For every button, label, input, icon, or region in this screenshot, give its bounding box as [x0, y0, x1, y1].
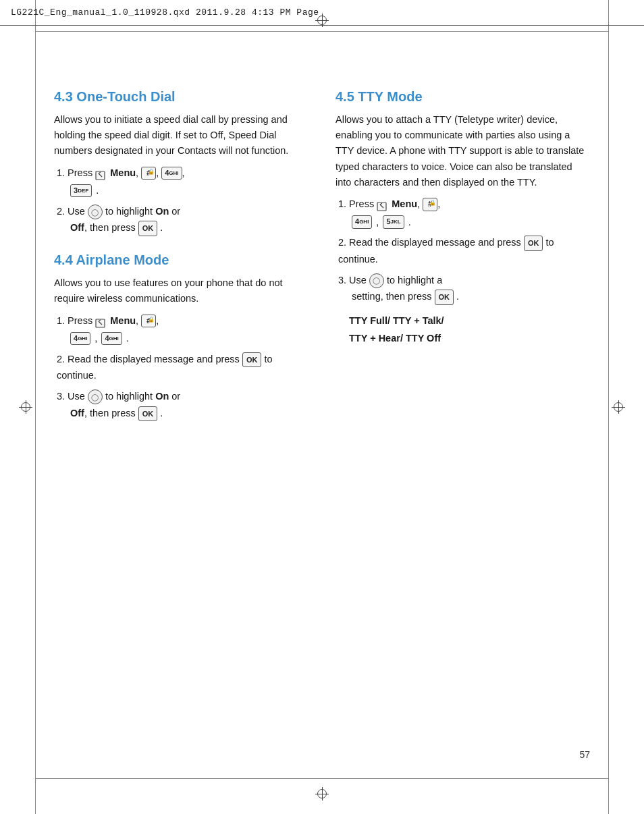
- step-airplane-1: 1. Press Menu, #🔒, 4GHI, 4GHI.: [54, 313, 308, 347]
- menu-phone-icon-3: [377, 200, 389, 209]
- nav-circle-3: ◯: [369, 273, 384, 288]
- border-right: [608, 0, 609, 814]
- tty-option-1: TTY Full/ TTY + Talk/: [349, 312, 590, 329]
- step-tty-1: 1. Press Menu, #🔒, 4GHI, 5JKL.: [336, 196, 590, 230]
- crosshair-left-middle: [19, 400, 32, 414]
- step-tty-2: 2. Read the displayed message and press …: [336, 234, 590, 267]
- ok-key-4: OK: [524, 236, 543, 251]
- section-tty: 4.5 TTY Mode Allows you to attach a TTY …: [336, 88, 590, 347]
- key-5-jkl: 5JKL: [383, 215, 404, 228]
- bold-off-1: Off: [70, 222, 84, 233]
- heading-one-touch: 4.3 One-Touch Dial: [54, 88, 308, 105]
- step-one-touch-2: 2. Use ◯ to highlight On or Off, then pr…: [54, 203, 308, 236]
- body-one-touch: Allows you to initiate a speed dial call…: [54, 112, 308, 159]
- key-row-airplane: 4GHI, 4GHI.: [70, 330, 308, 347]
- heading-airplane: 4.4 Airplane Mode: [54, 251, 308, 269]
- key-row-tty: 4GHI, 5JKL.: [352, 214, 590, 231]
- crosshair-bottom-center: [315, 787, 329, 801]
- key-hash-space-1: #🔒: [141, 167, 156, 180]
- crosshair-top-center: [315, 13, 329, 27]
- section-airplane: 4.4 Airplane Mode Allows you to use feat…: [54, 251, 308, 421]
- ok-key-2: OK: [242, 352, 262, 368]
- key-row-1: 3DEF.: [70, 182, 308, 199]
- key-4-ghi-3: 4GHI: [352, 215, 372, 228]
- border-left: [35, 0, 36, 814]
- key-3-def-1: 3DEF: [70, 184, 92, 197]
- step-tty-3b: setting, then press OK .: [352, 288, 590, 305]
- label-menu-3: Menu: [392, 198, 417, 209]
- left-column: 4.3 One-Touch Dial Allows you to initiat…: [54, 88, 308, 425]
- bold-on-2: On: [155, 391, 169, 402]
- bold-on-1: On: [155, 206, 169, 217]
- label-menu-1: Menu: [110, 167, 136, 178]
- tty-option-2: TTY + Hear/ TTY Off: [349, 329, 590, 347]
- key-4-ghi-2a: 4GHI: [70, 332, 90, 345]
- nav-circle-1: ◯: [88, 205, 103, 219]
- step-airplane-3: 3. Use ◯ to highlight On or Off, then pr…: [54, 388, 308, 421]
- header-text: LG221C_Eng_manual_1.0_110928.qxd 2011.9.…: [11, 7, 319, 18]
- key-4-ghi-1: 4GHI: [161, 167, 182, 180]
- label-menu-2: Menu: [110, 315, 136, 326]
- body-airplane: Allows you to use features on your phone…: [54, 275, 308, 306]
- heading-tty: 4.5 TTY Mode: [336, 88, 590, 105]
- step-one-touch-1: 1. Press Menu, #🔒, 4GHI, 3DEF.: [54, 165, 308, 199]
- columns-layout: 4.3 One-Touch Dial Allows you to initiat…: [54, 88, 590, 425]
- step-airplane-3b: Off, then press OK .: [70, 405, 308, 422]
- step-one-touch-2b: Off, then press OK .: [70, 219, 308, 236]
- tty-options: TTY Full/ TTY + Talk/ TTY + Hear/ TTY Of…: [349, 312, 590, 347]
- bold-off-2: Off: [70, 408, 84, 418]
- key-hash-space-3: #🔒: [423, 198, 437, 211]
- key-hash-space-2: #🔒: [141, 315, 156, 327]
- key-4-ghi-2b: 4GHI: [101, 332, 122, 345]
- ok-key-5: OK: [435, 290, 454, 305]
- step-tty-3: 3. Use ◯ to highlight a setting, then pr…: [336, 272, 590, 305]
- section-one-touch: 4.3 One-Touch Dial Allows you to initiat…: [54, 88, 308, 236]
- right-column: 4.5 TTY Mode Allows you to attach a TTY …: [336, 88, 590, 425]
- menu-phone-icon-2: [95, 317, 107, 326]
- nav-circle-2: ◯: [88, 389, 103, 404]
- menu-phone-icon: [95, 169, 107, 178]
- step-airplane-2: 2. Read the displayed message and press …: [54, 351, 308, 384]
- ok-key-3: OK: [138, 406, 158, 422]
- h-line-top: [35, 31, 609, 32]
- page-number: 57: [579, 749, 590, 760]
- h-line-bottom: [35, 778, 609, 779]
- crosshair-right-middle: [612, 400, 625, 414]
- page-content: 4.3 One-Touch Dial Allows you to initiat…: [54, 34, 590, 774]
- body-tty: Allows you to attach a TTY (Teletype wri…: [336, 112, 590, 190]
- ok-key-1: OK: [138, 221, 158, 236]
